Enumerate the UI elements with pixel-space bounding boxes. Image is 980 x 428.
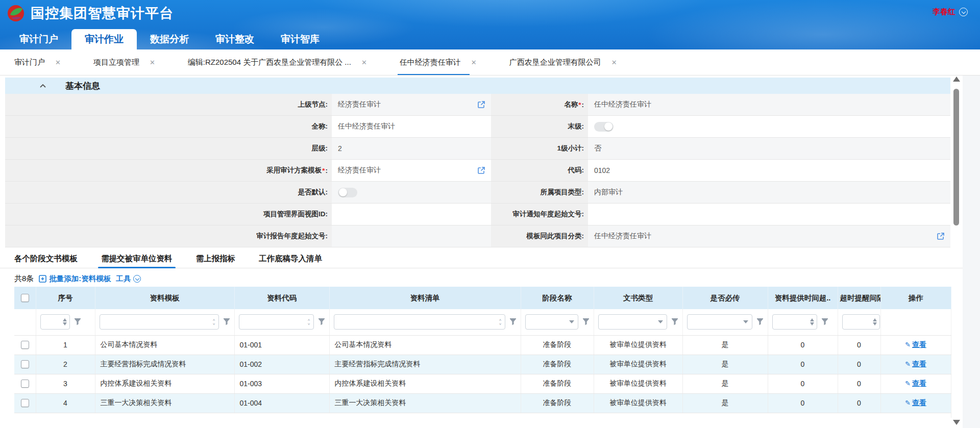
- spinner-up-icon[interactable]: [63, 318, 67, 321]
- field-value-末级[interactable]: [588, 116, 950, 138]
- doc-tab-项目立项管理[interactable]: 项目立项管理✕: [93, 49, 155, 75]
- doc-tab-广西农垦企业管理有限公司[interactable]: 广西农垦企业管理有限公司✕: [509, 49, 617, 75]
- subtab-需上报指标[interactable]: 需上报指标: [196, 249, 236, 268]
- external-link-icon[interactable]: [478, 167, 485, 174]
- list-cell: 公司基本情况资料: [329, 335, 521, 355]
- data-table: 序号资料模板资料代码资料清单阶段名称文书类型是否必传资料提供时间超..超时提醒间…: [14, 287, 951, 418]
- tab-close-icon[interactable]: ✕: [55, 59, 61, 66]
- view-link[interactable]: 查看: [912, 398, 926, 407]
- select-arrow-icon[interactable]: [743, 320, 748, 323]
- subtab-各个阶段文书模板[interactable]: 各个阶段文书模板: [14, 249, 78, 268]
- tab-close-icon[interactable]: ✕: [611, 59, 617, 66]
- batch-add-button[interactable]: 批量添加:资料模板: [39, 274, 111, 284]
- doctype-cell: 被审单位提供资料: [594, 393, 682, 413]
- field-text: 经济责任审计: [338, 100, 381, 109]
- pencil-icon[interactable]: ✎: [905, 399, 911, 407]
- column-header-阶段名称: 阶段名称: [521, 287, 594, 309]
- select-arrow-icon[interactable]: [569, 320, 574, 323]
- filter-input-wrap: [772, 314, 817, 330]
- filter-input[interactable]: [334, 315, 505, 329]
- caret-down-icon[interactable]: ˅: [308, 322, 310, 326]
- tab-close-icon[interactable]: ✕: [361, 59, 367, 66]
- filter-funnel-icon[interactable]: [74, 318, 81, 325]
- subtab-需提交被审单位资料[interactable]: 需提交被审单位资料: [101, 249, 173, 268]
- filter-funnel-icon[interactable]: [671, 318, 678, 325]
- spinner-up-icon[interactable]: [810, 318, 814, 321]
- field-label-全称: 全称:: [5, 116, 332, 138]
- stage-cell: 准备阶段: [521, 393, 594, 413]
- row-checkbox[interactable]: [21, 399, 29, 407]
- collapse-caret-icon[interactable]: [40, 84, 46, 88]
- filter-funnel-icon[interactable]: [223, 318, 230, 325]
- toggle-末级[interactable]: [594, 122, 614, 132]
- list-cell: 内控体系建设相关资料: [329, 374, 521, 393]
- spinner-up-icon[interactable]: [873, 318, 877, 321]
- scroll-up-icon[interactable]: [953, 77, 960, 82]
- section-basic-info-header[interactable]: 基本信息: [5, 78, 950, 94]
- user-menu-chevron-icon[interactable]: [959, 8, 968, 16]
- subtab-工作底稿导入清单[interactable]: 工作底稿导入清单: [259, 249, 322, 268]
- filter-funnel-icon[interactable]: [821, 318, 828, 325]
- user-menu[interactable]: 李春红: [933, 7, 968, 17]
- spinner-down-icon[interactable]: [63, 322, 67, 325]
- view-link[interactable]: 查看: [912, 379, 926, 387]
- caret-up-icon[interactable]: ˄: [308, 318, 310, 322]
- filter-input[interactable]: [599, 315, 667, 329]
- filter-funnel-icon[interactable]: [582, 318, 590, 325]
- filter-funnel-icon[interactable]: [318, 318, 325, 325]
- nav-item-数据分析[interactable]: 数据分析: [137, 29, 202, 49]
- checkbox-cell: [14, 335, 36, 355]
- scrollbar-thumb[interactable]: [953, 89, 959, 225]
- doc-tab-label: 项目立项管理: [93, 58, 139, 67]
- filter-input[interactable]: [688, 315, 752, 329]
- toggle-是否默认[interactable]: [338, 188, 357, 197]
- caret-up-icon[interactable]: ˄: [499, 318, 502, 322]
- caret-down-icon[interactable]: ˅: [499, 322, 502, 326]
- filter-cell: [14, 309, 36, 335]
- filter-funnel-icon[interactable]: [756, 318, 764, 325]
- spinner-down-icon[interactable]: [810, 322, 814, 325]
- view-link[interactable]: 查看: [912, 360, 926, 368]
- caret-down-icon[interactable]: ˅: [213, 322, 215, 326]
- tab-close-icon[interactable]: ✕: [471, 59, 477, 66]
- doc-tab-任中经济责任审计[interactable]: 任中经济责任审计✕: [400, 49, 477, 75]
- scroll-down-icon[interactable]: [953, 420, 960, 425]
- row-checkbox[interactable]: [21, 360, 29, 368]
- required-cell: 是: [682, 335, 768, 355]
- pencil-icon[interactable]: ✎: [905, 341, 911, 348]
- field-label-代码: 代码:: [491, 160, 588, 182]
- view-link[interactable]: 查看: [912, 340, 926, 348]
- nav-item-审计智库[interactable]: 审计智库: [267, 29, 333, 49]
- caret-up-icon[interactable]: ˄: [213, 318, 215, 322]
- spinner-down-icon[interactable]: [873, 322, 877, 325]
- filter-input-wrap: [687, 314, 752, 330]
- seq-cell: 1: [36, 335, 95, 355]
- tab-close-icon[interactable]: ✕: [150, 59, 155, 66]
- filter-funnel-icon[interactable]: [509, 318, 517, 325]
- nav-item-审计整改[interactable]: 审计整改: [202, 29, 267, 49]
- list-cell: 三重一大决策相关资料: [329, 393, 521, 413]
- field-value-是否默认[interactable]: [332, 182, 491, 204]
- tools-button[interactable]: 工具: [116, 274, 141, 284]
- pencil-icon[interactable]: ✎: [905, 360, 911, 368]
- select-arrow-icon[interactable]: [658, 320, 663, 323]
- doc-tab-审计门户[interactable]: 审计门户✕: [14, 49, 61, 75]
- external-link-icon[interactable]: [478, 101, 485, 108]
- row-checkbox[interactable]: [21, 380, 29, 388]
- vertical-scrollbar[interactable]: [950, 77, 963, 427]
- app-header: 国控集团智慧审计平台 李春红 审计门户审计作业数据分析审计整改审计智库: [0, 0, 980, 49]
- field-label-名称: 名称*:: [491, 94, 588, 116]
- remind-cell: 0: [838, 374, 880, 393]
- tools-chevron-icon: [133, 275, 141, 283]
- select-all-checkbox[interactable]: [21, 294, 29, 302]
- field-value-层级: 2: [332, 138, 491, 160]
- filter-input[interactable]: [239, 315, 313, 329]
- section-title: 基本信息: [65, 80, 100, 92]
- nav-item-审计作业[interactable]: 审计作业: [71, 29, 137, 49]
- filter-input[interactable]: [100, 315, 218, 329]
- pencil-icon[interactable]: ✎: [905, 380, 911, 387]
- doc-tab-编辑:RZ202504[interactable]: 编辑:RZ202504 关于广西农垦企业管理有限公 ...✕: [188, 49, 367, 75]
- nav-item-审计门户[interactable]: 审计门户: [6, 29, 71, 49]
- external-link-icon[interactable]: [937, 233, 944, 240]
- row-checkbox[interactable]: [21, 341, 29, 349]
